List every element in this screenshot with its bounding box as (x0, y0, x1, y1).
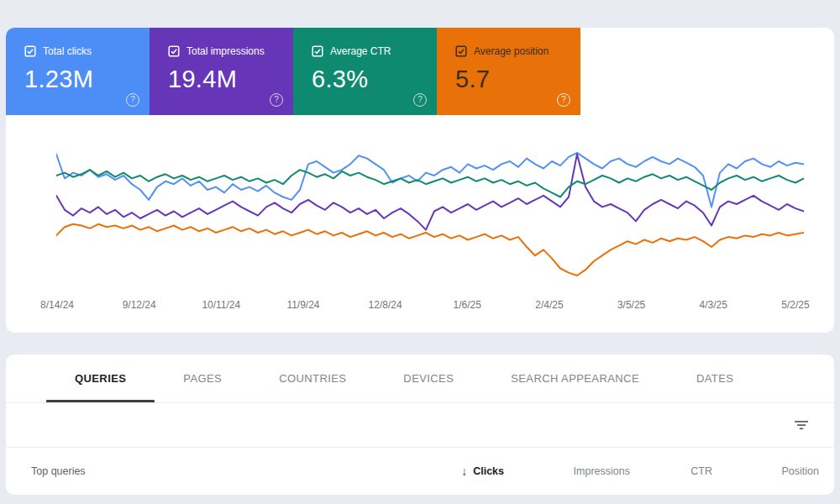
help-icon[interactable]: ? (557, 93, 570, 107)
metric-value: 19.4M (168, 66, 293, 93)
x-tick-label: 3/5/25 (612, 299, 651, 311)
x-tick-label: 5/2/25 (776, 299, 815, 311)
column-header-ctr[interactable]: CTR (630, 465, 712, 477)
help-icon[interactable]: ? (413, 93, 427, 107)
table-filter-row (6, 403, 834, 448)
metric-value: 6.3% (312, 66, 437, 93)
tab-queries[interactable]: QUERIES (46, 354, 155, 402)
x-tick-label: 12/8/24 (366, 299, 405, 311)
column-header-clicks[interactable]: ↓ Clicks (461, 465, 504, 478)
column-header-top-queries[interactable]: Top queries (31, 465, 86, 477)
x-tick-label: 8/14/24 (38, 299, 76, 311)
timeseries-chart[interactable] (56, 145, 804, 291)
series-line-position (56, 224, 804, 276)
metric-card-total-clicks[interactable]: Total clicks 1.23M ? (6, 28, 150, 115)
sort-descending-icon: ↓ (461, 465, 467, 478)
table-header-row: Top queries ↓ Clicks Impressions CTR Pos… (6, 448, 834, 495)
help-icon[interactable]: ? (126, 93, 139, 107)
metric-label: Average position (474, 45, 549, 58)
tab-countries[interactable]: COUNTRIES (250, 354, 375, 402)
checkbox-checked-icon[interactable] (168, 45, 180, 57)
metric-card-header: Average CTR (312, 45, 437, 58)
dimension-tabs: QUERIES PAGES COUNTRIES DEVICES SEARCH A… (6, 354, 834, 403)
checkbox-checked-icon[interactable] (455, 45, 467, 57)
metric-card-header: Average position (455, 45, 580, 58)
filter-list-icon[interactable] (794, 418, 809, 432)
metric-card-header: Total clicks (24, 45, 150, 58)
dimensions-panel: QUERIES PAGES COUNTRIES DEVICES SEARCH A… (6, 354, 834, 495)
metric-card-total-impressions[interactable]: Total impressions 19.4M ? (150, 28, 293, 115)
metric-card-average-position[interactable]: Average position 5.7 ? (437, 28, 580, 115)
performance-panel: Total clicks 1.23M ? Total impressions 1… (6, 28, 834, 333)
x-tick-label: 11/9/24 (284, 299, 323, 311)
x-tick-label: 2/4/25 (530, 299, 569, 311)
tab-search-appearance[interactable]: SEARCH APPEARANCE (482, 354, 668, 402)
tab-devices[interactable]: DEVICES (375, 354, 482, 402)
metric-label: Total clicks (43, 45, 92, 58)
metric-label: Average CTR (330, 45, 391, 58)
column-header-position[interactable]: Position (712, 465, 819, 477)
x-tick-label: 1/6/25 (448, 299, 486, 311)
metric-card-header: Total impressions (168, 45, 293, 58)
metric-cards-row: Total clicks 1.23M ? Total impressions 1… (6, 28, 834, 115)
x-axis-labels: 8/14/24 9/12/24 10/11/24 11/9/24 12/8/24… (38, 299, 815, 311)
x-tick-label: 10/11/24 (202, 299, 240, 311)
checkbox-checked-icon[interactable] (312, 45, 323, 57)
tab-pages[interactable]: PAGES (155, 354, 250, 402)
column-header-impressions[interactable]: Impressions (504, 465, 630, 477)
metric-label: Total impressions (186, 45, 265, 58)
tab-dates[interactable]: DATES (668, 354, 762, 402)
x-tick-label: 9/12/24 (120, 299, 159, 311)
metric-value: 1.23M (24, 66, 150, 93)
metric-value: 5.7 (455, 66, 580, 93)
metric-card-average-ctr[interactable]: Average CTR 6.3% ? (293, 28, 437, 115)
column-header-clicks-label: Clicks (473, 465, 504, 477)
x-tick-label: 4/3/25 (694, 299, 732, 311)
help-icon[interactable]: ? (270, 93, 283, 107)
checkbox-checked-icon[interactable] (24, 45, 36, 57)
